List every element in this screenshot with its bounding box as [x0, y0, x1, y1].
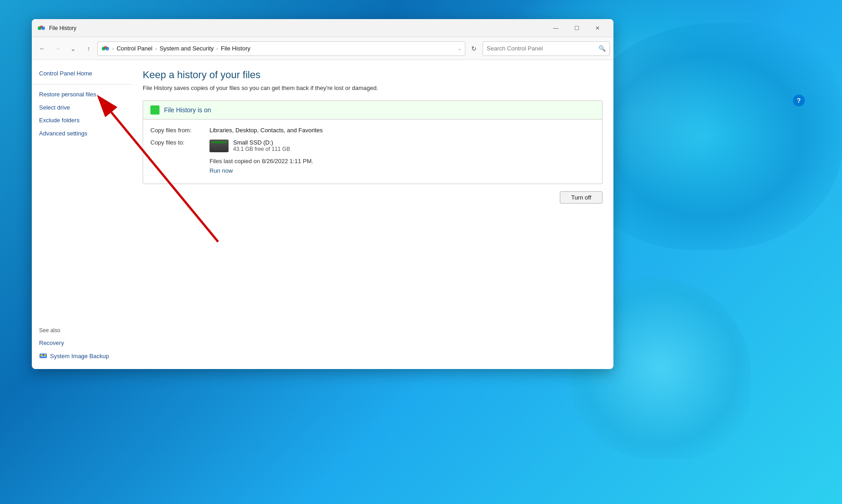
drive-icon: [209, 140, 229, 152]
system-image-backup-icon: [39, 352, 47, 360]
status-indicator-green: [150, 105, 159, 115]
svg-rect-8: [40, 354, 47, 358]
window-title: File History: [49, 25, 545, 31]
address-separator-1: ›: [112, 46, 114, 51]
status-header: File History is on: [143, 101, 602, 120]
minimize-button[interactable]: —: [545, 21, 566, 35]
sidebar-divider: [32, 84, 132, 85]
system-image-backup-label: System Image Backup: [50, 353, 109, 359]
window-controls: — ☐ ✕: [545, 21, 608, 35]
svg-point-7: [105, 47, 109, 50]
address-segment-control-panel[interactable]: Control Panel: [117, 45, 153, 52]
up-button[interactable]: ↑: [82, 42, 95, 55]
address-segment-system-security[interactable]: System and Security: [159, 45, 214, 52]
sidebar-item-recovery[interactable]: Recovery: [32, 337, 132, 350]
page-title: Keep a history of your files: [143, 69, 603, 81]
address-bar[interactable]: › Control Panel › System and Security › …: [97, 41, 465, 56]
copy-from-label: Copy files from:: [150, 127, 209, 134]
sidebar-see-also: See also Recovery System Image Backup: [32, 306, 132, 362]
see-also-label: See also: [32, 324, 132, 337]
status-body: Copy files from: Libraries, Desktop, Con…: [143, 120, 602, 184]
recent-locations-button[interactable]: ⌄: [66, 42, 80, 55]
status-box: File History is on Copy files from: Libr…: [143, 100, 603, 184]
copy-to-row: Copy files to: Small SSD (D:) 43.1 GB fr…: [150, 139, 595, 152]
address-bar-icon: [101, 45, 110, 53]
address-separator-2: ›: [155, 46, 157, 51]
copy-to-label: Copy files to:: [150, 139, 209, 152]
help-button[interactable]: ?: [793, 95, 805, 106]
svg-rect-10: [40, 356, 46, 357]
run-now-link[interactable]: Run now: [209, 167, 233, 174]
sidebar-item-control-panel-home[interactable]: Control Panel Home: [32, 67, 132, 80]
sidebar: Control Panel Home Restore personal file…: [32, 60, 132, 369]
search-bar[interactable]: 🔍: [483, 41, 610, 56]
search-input[interactable]: [487, 45, 596, 52]
maximize-button[interactable]: ☐: [566, 21, 587, 35]
back-button[interactable]: ←: [35, 42, 49, 55]
copy-from-value: Libraries, Desktop, Contacts, and Favori…: [209, 127, 323, 134]
address-separator-3: ›: [216, 46, 218, 51]
last-copied-text: Files last copied on 8/26/2022 1:11 PM.: [209, 158, 595, 165]
svg-point-11: [44, 354, 46, 356]
status-title: File History is on: [164, 106, 211, 114]
copy-from-row: Copy files from: Libraries, Desktop, Con…: [150, 127, 595, 134]
last-copied-area: Files last copied on 8/26/2022 1:11 PM. …: [150, 158, 595, 175]
turn-off-button[interactable]: Turn off: [560, 191, 603, 204]
address-dropdown-button[interactable]: ⌄: [458, 46, 461, 51]
sidebar-item-advanced-settings[interactable]: Advanced settings: [32, 127, 132, 140]
refresh-button[interactable]: ↻: [467, 42, 481, 55]
drive-name: Small SSD (D:): [233, 139, 290, 146]
title-bar: File History — ☐ ✕: [32, 19, 613, 37]
sidebar-item-system-image-backup[interactable]: System Image Backup: [32, 350, 132, 362]
drive-space: 43.1 GB free of 111 GB: [233, 146, 290, 152]
svg-point-3: [41, 26, 45, 30]
sidebar-item-select-drive[interactable]: Select drive: [32, 101, 132, 115]
drive-info: Small SSD (D:) 43.1 GB free of 111 GB: [209, 139, 290, 152]
drive-details: Small SSD (D:) 43.1 GB free of 111 GB: [233, 139, 290, 152]
navigation-bar: ← → ⌄ ↑ › Control Panel › System and Sec…: [32, 37, 613, 60]
sidebar-item-restore-personal-files[interactable]: Restore personal files: [32, 88, 132, 101]
window-icon: [37, 24, 45, 32]
close-button[interactable]: ✕: [587, 21, 608, 35]
address-segment-file-history[interactable]: File History: [221, 45, 250, 52]
content-area: Keep a history of your files File Histor…: [132, 60, 613, 369]
page-description: File History saves copies of your files …: [143, 85, 603, 91]
sidebar-item-exclude-folders[interactable]: Exclude folders: [32, 114, 132, 127]
main-area: Control Panel Home Restore personal file…: [32, 60, 613, 369]
search-icon[interactable]: 🔍: [598, 45, 606, 52]
forward-button[interactable]: →: [51, 42, 65, 55]
turn-off-area: Turn off: [143, 191, 603, 204]
file-history-window: File History — ☐ ✕ ← → ⌄ ↑ › Control Pan…: [32, 19, 613, 369]
svg-rect-9: [40, 354, 43, 356]
